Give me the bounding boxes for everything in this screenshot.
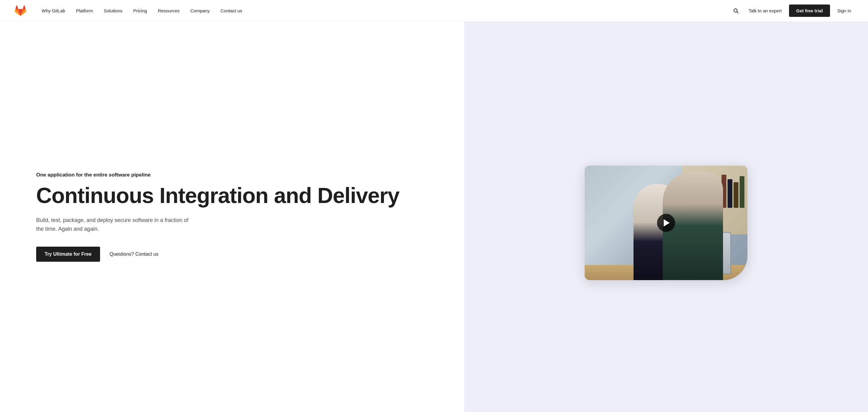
nav-resources[interactable]: Resources (153, 0, 185, 22)
hero-video-thumbnail (585, 166, 747, 280)
search-icon (733, 8, 739, 14)
questions-contact-link[interactable]: Questions? Contact us (110, 251, 158, 257)
nav-company[interactable]: Company (185, 0, 215, 22)
navbar-actions: Talk to an expert Get free trial Sign in (731, 4, 854, 17)
play-icon (664, 219, 670, 227)
nav-solutions[interactable]: Solutions (98, 0, 128, 22)
nav-platform[interactable]: Platform (70, 0, 98, 22)
talk-to-expert-link[interactable]: Talk to an expert (746, 8, 784, 13)
try-ultimate-button[interactable]: Try Ultimate for Free (36, 247, 100, 262)
get-free-trial-button[interactable]: Get free trial (789, 4, 830, 17)
nav-pricing[interactable]: Pricing (128, 0, 153, 22)
sign-in-link[interactable]: Sign in (835, 8, 854, 13)
video-play-button[interactable] (657, 214, 675, 232)
navbar: Why GitLab Platform Solutions Pricing Re… (0, 0, 868, 22)
hero-video-card (585, 166, 747, 280)
nav-why-gitlab[interactable]: Why GitLab (36, 0, 70, 22)
hero-title: Continuous Integration and Delivery (36, 184, 440, 207)
gitlab-logo[interactable] (14, 5, 27, 17)
search-button[interactable] (731, 5, 741, 16)
hero-section: One application for the entire software … (0, 22, 868, 412)
hero-cta: Try Ultimate for Free Questions? Contact… (36, 247, 440, 262)
nav-links: Why GitLab Platform Solutions Pricing Re… (36, 0, 731, 22)
hero-subtitle: One application for the entire software … (36, 172, 440, 178)
nav-contact-us[interactable]: Contact us (215, 0, 248, 22)
hero-visual (464, 22, 868, 412)
hero-description: Build, test, package, and deploy secure … (36, 216, 193, 233)
hero-content: One application for the entire software … (0, 22, 464, 412)
